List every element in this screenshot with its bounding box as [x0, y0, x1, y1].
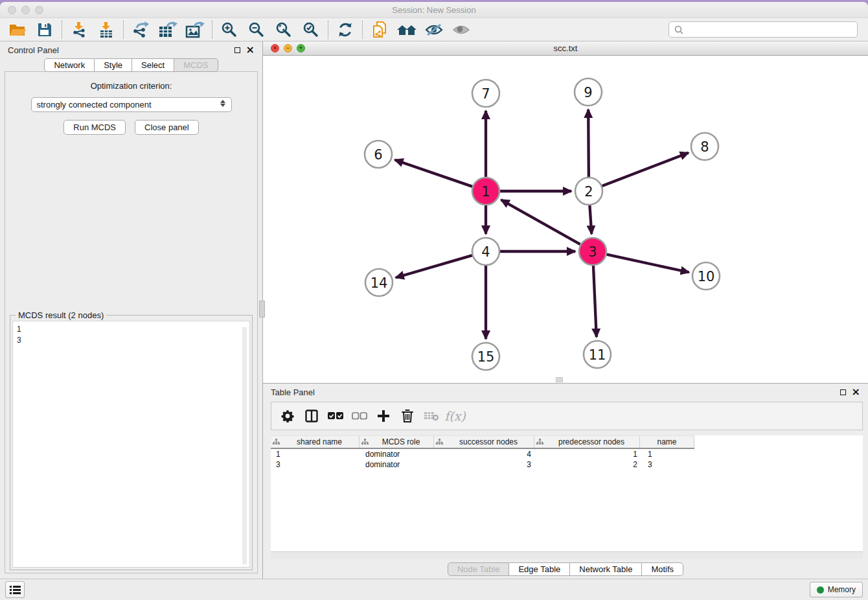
network-graph[interactable]: 7968124314101511	[263, 56, 867, 381]
edge-1-6[interactable]	[395, 160, 473, 187]
node-14[interactable]: 14	[365, 269, 393, 296]
show-all-button[interactable]	[448, 19, 475, 40]
import-network-button[interactable]	[65, 19, 93, 40]
cell-successor-nodes[interactable]: 4	[435, 450, 536, 459]
node-9[interactable]: 9	[575, 78, 602, 106]
edge-3-11[interactable]	[593, 266, 597, 337]
edge-3-1[interactable]	[501, 200, 580, 244]
node-label-6: 6	[374, 147, 382, 163]
delete-column-button[interactable]	[395, 405, 419, 427]
zoom-selected-button[interactable]	[297, 19, 325, 40]
cell-shared-name[interactable]: 1	[271, 450, 360, 459]
tab-select[interactable]: Select	[132, 58, 174, 72]
node-7[interactable]: 7	[472, 80, 499, 107]
tab-style[interactable]: Style	[95, 58, 132, 72]
table-row[interactable]: 1dominator411	[271, 449, 698, 459]
column-header-name[interactable]: name	[640, 435, 694, 448]
optimization-criterion-select[interactable]: strongly connected component	[31, 97, 232, 112]
node-label-15: 15	[477, 349, 495, 365]
cell-MCDS-role[interactable]: dominator	[360, 460, 435, 469]
toggle-panel-button[interactable]	[299, 405, 323, 427]
houses-icon	[396, 22, 417, 38]
hide-selected-button[interactable]	[420, 19, 448, 40]
node-label-11: 11	[589, 347, 606, 363]
table-settings-button[interactable]	[275, 405, 299, 427]
first-neighbors-button[interactable]	[393, 19, 420, 40]
close-panel-icon[interactable]: ×	[246, 47, 255, 53]
tab-network[interactable]: Network	[44, 58, 95, 72]
zoom-in-button[interactable]	[216, 19, 243, 40]
mcds-result-list[interactable]: 1 3	[12, 321, 250, 568]
edge-2-8[interactable]	[602, 153, 689, 186]
zoom-fit-button[interactable]	[270, 19, 297, 40]
node-15[interactable]: 15	[472, 343, 499, 370]
cell-predecessor-nodes[interactable]: 2	[536, 460, 643, 469]
network-canvas[interactable]: 7968124314101511	[263, 56, 868, 383]
cell-name[interactable]: 3	[643, 460, 698, 469]
node-1[interactable]: 1	[472, 178, 499, 205]
zoom-out-button[interactable]	[243, 19, 270, 40]
splitter-handle[interactable]	[259, 301, 265, 317]
memory-button[interactable]: Memory	[810, 582, 863, 597]
cell-successor-nodes[interactable]: 3	[435, 460, 536, 469]
table-scrollbar-track[interactable]	[271, 551, 863, 559]
export-table-icon	[158, 21, 177, 38]
node-2[interactable]: 2	[575, 178, 602, 205]
tab-network-table[interactable]: Network Table	[570, 562, 642, 576]
node-10[interactable]: 10	[692, 262, 720, 290]
node-11[interactable]: 11	[584, 341, 611, 368]
column-header-successor-nodes[interactable]: successor nodes	[434, 435, 534, 448]
tab-node-table[interactable]: Node Table	[448, 562, 510, 576]
tab-motifs[interactable]: Motifs	[642, 562, 683, 576]
table-row[interactable]: 3dominator323	[271, 459, 698, 470]
search-input[interactable]	[687, 22, 857, 37]
export-network-button[interactable]	[127, 19, 154, 40]
trash-icon	[402, 410, 413, 422]
cell-name[interactable]: 1	[643, 450, 698, 459]
cell-predecessor-nodes[interactable]: 1	[536, 450, 643, 459]
node-6[interactable]: 6	[365, 141, 392, 168]
tab-edge-table[interactable]: Edge Table	[509, 562, 570, 576]
float-table-panel-icon[interactable]	[840, 389, 846, 395]
export-table-button[interactable]	[154, 19, 181, 40]
eye-slash-icon	[424, 22, 444, 38]
run-mcds-button[interactable]: Run MCDS	[63, 120, 126, 135]
close-table-panel-icon[interactable]: ×	[852, 389, 860, 395]
node-label-9: 9	[584, 85, 592, 100]
edge-3-10[interactable]	[606, 255, 689, 273]
open-session-button[interactable]	[4, 19, 31, 40]
equation-builder-button[interactable]: f(x)	[443, 405, 467, 427]
select-chevrons-icon	[220, 100, 225, 107]
canvas-scroll-nub[interactable]	[556, 377, 563, 382]
edge-2-3[interactable]	[589, 205, 591, 234]
clone-network-button[interactable]	[366, 19, 393, 40]
edge-2-9[interactable]	[588, 110, 589, 177]
result-scrollbar[interactable]	[242, 327, 247, 564]
column-header-MCDS-role[interactable]: MCDS role	[360, 435, 434, 448]
import-table-button[interactable]	[93, 19, 120, 40]
cell-MCDS-role[interactable]: dominator	[360, 450, 435, 459]
save-session-button[interactable]	[31, 19, 58, 40]
delete-table-button[interactable]	[419, 405, 443, 427]
node-3[interactable]: 3	[579, 238, 606, 265]
tab-mcds[interactable]: MCDS	[174, 58, 218, 72]
close-panel-button[interactable]: Close panel	[135, 120, 199, 135]
node-8[interactable]: 8	[691, 133, 718, 160]
app-window: Session: New Session	[0, 2, 868, 600]
toolbar-separator	[212, 21, 212, 39]
add-column-button[interactable]	[371, 405, 395, 427]
refresh-view-button[interactable]	[332, 19, 359, 40]
node-4[interactable]: 4	[472, 238, 499, 265]
network-window-title: scc.txt	[263, 43, 868, 53]
cell-shared-name[interactable]: 3	[271, 460, 360, 469]
column-header-shared-name[interactable]: shared name	[271, 435, 360, 448]
export-image-button[interactable]	[181, 19, 209, 40]
float-panel-icon[interactable]	[234, 47, 240, 53]
deselect-all-columns-button[interactable]	[347, 405, 371, 427]
task-history-button[interactable]	[5, 581, 25, 598]
edge-4-14[interactable]	[396, 255, 472, 277]
table-body: 1dominator4113dominator323	[271, 449, 863, 470]
save-floppy-icon	[37, 22, 52, 38]
column-header-predecessor-nodes[interactable]: predecessor nodes	[534, 435, 640, 448]
select-all-columns-button[interactable]	[323, 405, 347, 427]
